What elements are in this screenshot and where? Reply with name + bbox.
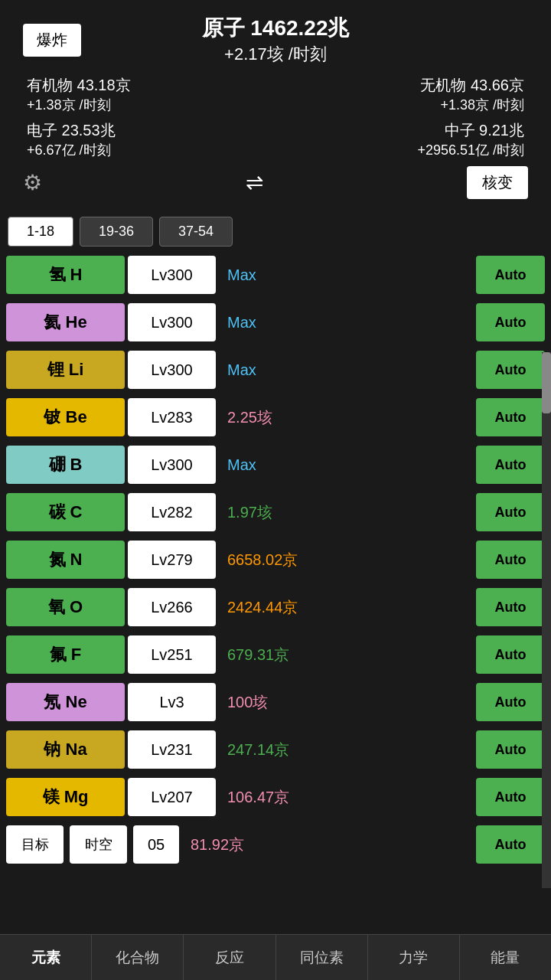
bottom-tab-元素[interactable]: 元素 [0,935,92,980]
element-row: 氮 NLv2796658.02京Auto [6,537,545,582]
element-value: Max [216,314,476,332]
element-row: 氦 HeLv300MaxAuto [6,300,545,345]
element-value: 2.25垓 [216,407,476,428]
element-level: Lv207 [128,778,216,816]
bottom-tab-同位素[interactable]: 同位素 [276,935,368,980]
neutron-rate: +2956.51亿 /时刻 [417,141,524,159]
gear-icon[interactable]: ⚙ [23,170,42,195]
inorganic-label: 无机物 [420,77,466,93]
element-name[interactable]: 碳 C [6,493,125,531]
auto-button[interactable]: Auto [476,446,545,484]
auto-button[interactable]: Auto [476,303,545,341]
scroll-thumb[interactable] [542,352,551,413]
auto-button[interactable]: Auto [476,730,545,769]
al-name-group: 目标时空05 [6,825,179,864]
auto-button[interactable]: Auto [476,778,545,816]
tab-1-18[interactable]: 1-18 [8,217,73,247]
shuffle-icon[interactable]: ⇌ [246,170,263,195]
tab-37-54[interactable]: 37-54 [159,217,233,247]
element-row: 氢 HLv300MaxAuto [6,253,545,297]
element-name[interactable]: 锂 Li [6,351,125,389]
bottom-toolbar: 元素化合物反应同位素力学能量 [0,934,551,980]
element-value: 106.47京 [216,787,476,808]
target-button[interactable]: 目标 [6,825,64,864]
organic-value: 43.18京 [77,77,131,93]
element-level: Lv283 [128,398,216,436]
auto-button[interactable]: Auto [476,683,545,721]
al-level: 05 [133,825,179,864]
element-level: Lv300 [128,303,216,341]
auto-button[interactable]: Auto [476,493,545,531]
element-value: Max [216,361,476,379]
atom-label: 原子 [202,16,245,40]
element-level: Lv279 [128,541,216,579]
element-name[interactable]: 铍 Be [6,398,125,436]
tab-row: 1-18 19-36 37-54 [0,211,551,253]
element-row: 氖 NeLv3100垓Auto [6,680,545,724]
space-button[interactable]: 时空 [70,825,127,864]
neutron-value: 9.21兆 [479,122,524,139]
inorganic-value: 43.66京 [471,77,524,93]
element-row: 氧 OLv2662424.44京Auto [6,585,545,629]
neutron-label: 中子 [445,122,475,139]
element-row: 碳 CLv2821.97垓Auto [6,490,545,534]
element-level: Lv251 [128,635,216,674]
element-name[interactable]: 氮 N [6,541,125,579]
element-value: Max [216,456,476,474]
auto-button[interactable]: Auto [476,398,545,436]
atom-count-value: 1462.22兆 [250,16,349,40]
nuclear-button[interactable]: 核变 [467,166,528,199]
auto-button[interactable]: Auto [476,588,545,626]
element-name[interactable]: 氢 H [6,256,125,294]
auto-button[interactable]: Auto [476,351,545,389]
element-level: Lv231 [128,730,216,769]
element-row: 镁 MgLv207106.47京Auto [6,775,545,819]
element-name[interactable]: 硼 B [6,446,125,484]
element-row: 氟 FLv251679.31京Auto [6,632,545,677]
explode-button[interactable]: 爆炸 [23,24,81,57]
element-level: Lv3 [128,683,216,721]
al-value: 81.92京 [179,835,476,855]
bottom-tab-反应[interactable]: 反应 [184,935,276,980]
element-level: Lv300 [128,446,216,484]
electron-rate: +6.67亿 /时刻 [27,141,111,159]
element-name[interactable]: 钠 Na [6,730,125,769]
al-element-row: 目标时空0581.92京Auto [6,822,545,867]
element-value: Max [216,266,476,284]
scroll-track[interactable] [542,352,551,888]
electron-label: 电子 [27,122,57,139]
element-value: 247.14京 [216,740,476,760]
auto-button[interactable]: Auto [476,541,545,579]
bottom-tab-能量[interactable]: 能量 [460,935,551,980]
auto-button[interactable]: Auto [476,635,545,674]
element-level: Lv282 [128,493,216,531]
element-level: Lv300 [128,351,216,389]
inorganic-rate: +1.38京 /时刻 [440,96,524,114]
element-level: Lv266 [128,588,216,626]
element-row: 钠 NaLv231247.14京Auto [6,727,545,772]
element-name[interactable]: 氦 He [6,303,125,341]
element-name[interactable]: 氧 O [6,588,125,626]
auto-button[interactable]: Auto [476,256,545,294]
element-value: 2424.44京 [216,597,476,618]
atom-rate: +2.17垓 /时刻 [202,43,350,66]
tab-19-36[interactable]: 19-36 [80,217,153,247]
element-row: 铍 BeLv2832.25垓Auto [6,395,545,439]
element-level: Lv300 [128,256,216,294]
bottom-tab-化合物[interactable]: 化合物 [92,935,184,980]
element-value: 679.31京 [216,645,476,665]
element-list: 氢 HLv300MaxAuto氦 HeLv300MaxAuto锂 LiLv300… [0,253,551,870]
bottom-tab-力学[interactable]: 力学 [368,935,460,980]
element-value: 100垓 [216,692,476,713]
element-row: 硼 BLv300MaxAuto [6,443,545,487]
element-name[interactable]: 氖 Ne [6,683,125,721]
element-value: 6658.02京 [216,550,476,570]
al-auto-button[interactable]: Auto [476,825,545,864]
element-value: 1.97垓 [216,502,476,523]
element-name[interactable]: 氟 F [6,635,125,674]
organic-label: 有机物 [27,77,73,93]
element-name[interactable]: 镁 Mg [6,778,125,816]
element-row: 锂 LiLv300MaxAuto [6,348,545,392]
organic-rate: +1.38京 /时刻 [27,96,111,114]
electron-value: 23.53兆 [62,122,116,139]
